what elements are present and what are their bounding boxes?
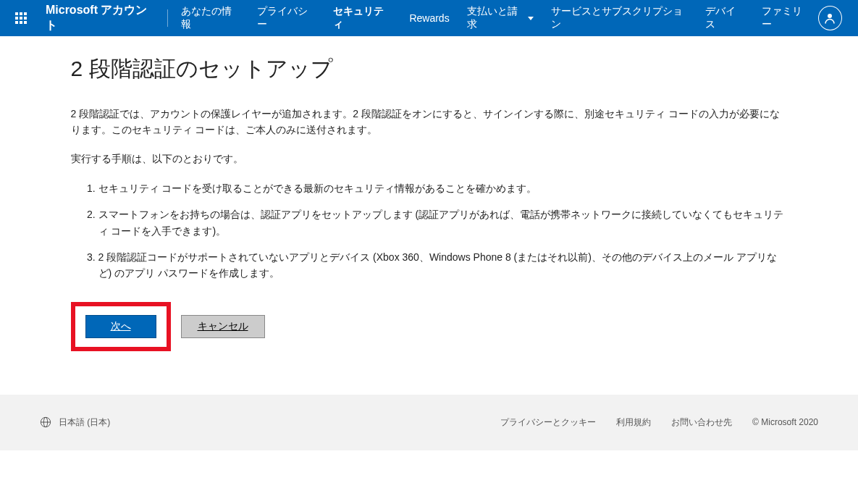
waffle-icon (15, 12, 27, 24)
nav-link-your-info[interactable]: あなたの情報 (174, 1, 247, 35)
top-navbar: Microsoft アカウント あなたの情報 プライバシー セキュリティ Rew… (0, 0, 858, 36)
steps-list: セキュリティ コードを受け取ることができる最新のセキュリティ情報があることを確か… (71, 180, 788, 282)
page-title: 2 段階認証のセットアップ (71, 54, 788, 84)
app-launcher-button[interactable] (7, 4, 35, 33)
button-row: 次へ キャンセル (71, 302, 788, 351)
nav-link-services[interactable]: サービスとサブスクリプション (544, 1, 695, 35)
steps-intro-text: 実行する手順は、以下のとおりです。 (71, 153, 788, 166)
step-item: スマートフォンをお持ちの場合は、認証アプリをセットアップします (認証アプリがあ… (98, 206, 788, 239)
cancel-button[interactable]: キャンセル (181, 315, 265, 338)
footer-link-contact[interactable]: お問い合わせ先 (671, 416, 732, 429)
nav-link-privacy[interactable]: プライバシー (250, 1, 323, 35)
footer-links: プライバシーとクッキー 利用規約 お問い合わせ先 © Microsoft 202… (500, 416, 818, 429)
user-icon (823, 12, 836, 25)
nav-link-devices[interactable]: デバイス (698, 1, 752, 35)
nav-link-rewards[interactable]: Rewards (402, 8, 456, 28)
language-label: 日本語 (日本) (59, 416, 110, 429)
nav-link-security[interactable]: セキュリティ (326, 1, 399, 35)
highlight-annotation: 次へ (71, 302, 171, 351)
brand-title[interactable]: Microsoft アカウント (43, 3, 166, 33)
user-avatar-button[interactable] (818, 6, 842, 30)
main-content: 2 段階認証のセットアップ 2 段階認証では、アカウントの保護レイヤーが追加され… (31, 36, 828, 395)
nav-link-payment-label: 支払いと請求 (467, 5, 526, 31)
step-item: セキュリティ コードを受け取ることができる最新のセキュリティ情報があることを確か… (98, 180, 788, 196)
svg-point-0 (828, 14, 832, 18)
description-text: 2 段階認証では、アカウントの保護レイヤーが追加されます。2 段階認証をオンにす… (71, 106, 788, 138)
copyright-text: © Microsoft 2020 (752, 417, 818, 427)
footer-link-privacy-cookies[interactable]: プライバシーとクッキー (500, 416, 596, 429)
nav-divider (167, 9, 168, 27)
footer: 日本語 (日本) プライバシーとクッキー 利用規約 お問い合わせ先 © Micr… (0, 395, 858, 450)
chevron-down-icon (528, 17, 534, 20)
language-selector[interactable]: 日本語 (日本) (40, 416, 110, 429)
nav-link-payment[interactable]: 支払いと請求 (460, 1, 542, 35)
footer-link-terms[interactable]: 利用規約 (616, 416, 651, 429)
globe-icon (40, 416, 51, 428)
nav-links: あなたの情報 プライバシー セキュリティ Rewards 支払いと請求 サービス… (174, 1, 818, 35)
nav-link-family[interactable]: ファミリー (754, 1, 818, 35)
step-item: 2 段階認証コードがサポートされていないアプリとデバイス (Xbox 360、W… (98, 249, 788, 282)
next-button[interactable]: 次へ (85, 315, 156, 338)
